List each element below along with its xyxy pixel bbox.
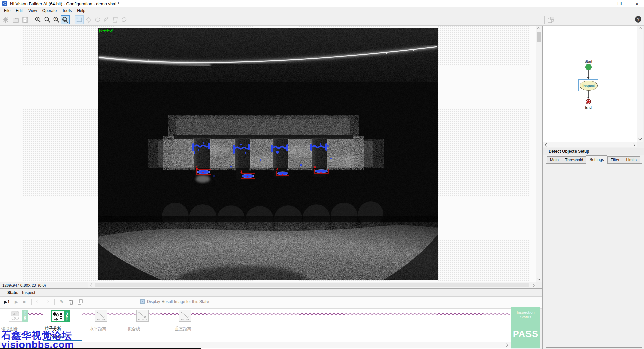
zoom-in-button[interactable] [34, 15, 42, 24]
flow-end-label: End [582, 105, 595, 110]
zoom-out-button[interactable] [43, 15, 52, 24]
zoom-to-fit-button[interactable] [61, 15, 70, 24]
edit-step-icon[interactable]: ✎ [60, 299, 64, 305]
roi-rotated-rect-tool[interactable] [84, 15, 93, 24]
tab-settings[interactable]: Settings [586, 155, 607, 164]
scrollbar-thumb[interactable] [537, 32, 541, 42]
help-button[interactable]: ? [635, 16, 641, 23]
scroll-left-arrow[interactable] [89, 282, 94, 288]
roi-annulus-tool[interactable] [102, 15, 111, 24]
steps-scrollbar[interactable] [0, 342, 511, 348]
menu-tools[interactable]: Tools [59, 8, 74, 14]
menu-file[interactable]: File [1, 8, 13, 14]
menu-view[interactable]: View [26, 8, 40, 14]
flow-inspect-node[interactable]: Inspect [580, 81, 598, 91]
flow-horizontal-scrollbar[interactable] [543, 142, 637, 147]
step-tile-vertical-distance[interactable]: 垂直距离 [170, 310, 210, 341]
menu-help[interactable]: Help [74, 8, 88, 14]
camera-image: 1 2 3 4 [98, 28, 438, 280]
roi-oval-tool[interactable] [93, 15, 102, 24]
stop-button[interactable]: ■ [23, 299, 26, 304]
tab-filter[interactable]: Filter [607, 156, 623, 164]
display-result-checkbox[interactable]: ✓ [140, 299, 145, 304]
roi-freehand-tool[interactable] [120, 15, 128, 24]
zoom-1to1-icon: 1 [53, 16, 60, 24]
menu-edit[interactable]: Edit [13, 8, 26, 14]
toolbar-separator [544, 16, 545, 24]
app-icon [2, 1, 7, 6]
marker [305, 309, 306, 309]
open-folder-icon [12, 16, 19, 24]
scrollbar-thumb[interactable] [95, 283, 529, 287]
flow-start-node[interactable] [585, 64, 592, 70]
caliper-icon [179, 310, 191, 322]
roi-rectangle-tool[interactable] [75, 15, 84, 24]
separator [54, 299, 55, 305]
roi-oval-icon [94, 16, 101, 24]
roi-freehand-icon [120, 16, 128, 24]
zoom-to-fit-icon [61, 16, 69, 24]
step-tile-horizontal-distance[interactable]: 水平距离 [85, 310, 125, 341]
step-label: 垂直距离 [175, 326, 191, 332]
step-status-ribbon: PASS [64, 310, 70, 322]
close-button[interactable]: ✕ [631, 0, 643, 7]
window-title: NI Vision Builder AI (64-bit) - Configur… [10, 1, 119, 6]
minimize-button[interactable]: — [597, 0, 608, 7]
zoom-1to1-button[interactable]: 1 [52, 15, 61, 24]
tab-limits[interactable]: Limits [623, 156, 640, 164]
scroll-up-arrow[interactable] [536, 26, 542, 31]
step-icon-group: PASS [9, 310, 28, 322]
step-label: 水平距离 [90, 326, 106, 332]
arrowhead [587, 77, 590, 79]
roi-polygon-tool[interactable] [111, 15, 120, 24]
switch-view-button[interactable] [547, 15, 555, 24]
image-vertical-scrollbar[interactable] [536, 26, 542, 282]
inspection-status-title: Inspection [511, 310, 540, 315]
inspection-image[interactable]: 粒子分析 [98, 28, 438, 280]
save-floppy-icon [21, 16, 29, 24]
delete-step-icon[interactable] [68, 299, 75, 307]
step-status-ribbon: PASS [22, 310, 28, 322]
caliper-icon [95, 310, 107, 322]
flow-inspect-selection[interactable]: Inspect [578, 79, 598, 91]
state-value: Inspect [22, 290, 35, 295]
state-bar: State: Inspect [0, 289, 542, 297]
step-icon-group: PASS [51, 310, 70, 322]
open-button[interactable] [11, 15, 20, 24]
toolbar-separator [73, 16, 73, 24]
run-button[interactable]: ▶ [15, 299, 18, 304]
flow-connector [588, 70, 589, 78]
scroll-right-arrow[interactable] [504, 343, 509, 348]
restore-button[interactable]: ❐ [614, 0, 625, 7]
scroll-right-arrow[interactable] [530, 282, 535, 288]
step-tile-fit-line[interactable]: 拟合线 [127, 310, 167, 341]
roi-polygon-icon [111, 16, 119, 24]
save-button[interactable] [21, 15, 30, 24]
run-once-button[interactable]: ▶1 [4, 299, 10, 304]
cursor-coordinates: (0,0) [38, 283, 46, 287]
roi-annulus-icon [103, 16, 110, 24]
menu-operate[interactable]: Operate [40, 8, 59, 14]
step-label: 拟合线 [128, 326, 140, 332]
state-label: State: [7, 290, 18, 295]
inspection-status-panel: Inspection Status PASS [511, 307, 540, 348]
tab-threshold[interactable]: Threshold [562, 156, 586, 164]
marker [379, 309, 380, 309]
copy-step-icon[interactable] [77, 299, 83, 307]
image-horizontal-scrollbar[interactable] [88, 282, 536, 288]
zoom-out-icon [44, 16, 51, 24]
tab-main[interactable]: Main [547, 156, 562, 164]
scroll-down-arrow[interactable] [536, 276, 542, 281]
setup-tabs: Main Threshold Settings Filter Limits [547, 156, 640, 164]
previous-step-button[interactable] [36, 300, 39, 303]
setup-panel-header: Detect Objects Setup [543, 148, 644, 155]
read-image-icon [9, 310, 22, 322]
toolbar-separator [32, 16, 32, 24]
title-bar: NI Vision Builder AI (64-bit) - Configur… [0, 0, 644, 7]
next-step-button[interactable] [46, 300, 49, 303]
watermark-line1: 石鑫华视觉论坛 [1, 330, 72, 340]
flow-vertical-scrollbar[interactable] [637, 26, 643, 142]
new-inspection-button[interactable] [1, 15, 10, 24]
watermark-line2: visionbbs.com [1, 340, 74, 349]
flow-end-node[interactable] [586, 99, 591, 104]
